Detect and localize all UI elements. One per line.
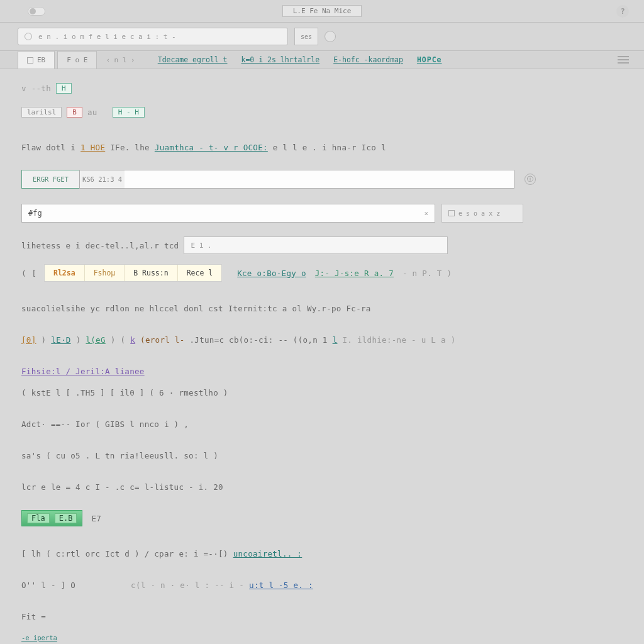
stop-reload-button[interactable] [325,31,336,42]
text: c(l · n · e· l : -- i - [131,580,244,590]
text: (erorl l- [140,335,184,345]
aux-controls[interactable]: e s o a x z [441,204,523,223]
text: lihetess e i dec-tel..l,al.r tcd [21,241,179,250]
text: Adct· ==-· Ior ( GIBS l nnco i ) , [21,419,189,429]
text: IFe. lhe [110,143,150,152]
globe-icon [25,33,32,40]
inline-link[interactable]: u:t l ·5 e. : [249,580,313,590]
text: - n P. T ) [402,269,452,278]
segment[interactable]: Fshoμ [85,265,125,281]
text: lcr e le = 4 c I - .c c= l-listuc - i. 2… [21,482,223,492]
inline-link[interactable]: k [130,335,135,345]
address-text: e n . i o m f e l i e c a i : t - [38,33,176,41]
aux-text: e s o a x z [458,210,500,217]
file-path-text: E 1 . [191,242,211,250]
address-bar[interactable]: e n . i o m f e l i e c a i : t - [18,28,288,45]
header-link-4[interactable]: HOPCe [417,55,442,64]
inline-link[interactable]: Kce o:Bo-Egy o [237,269,306,278]
text: v --th [21,84,51,93]
search-mode-tag[interactable]: ERGR FGET [21,170,79,189]
inline-link[interactable]: [0] [21,335,36,345]
header-link-1[interactable]: Tdecame egroll t [158,55,228,64]
text: Fit = [21,612,46,621]
text: I. ildhie:-ne - u L a ) [342,335,455,345]
highlighted-token[interactable]: Fla E.B [21,510,82,526]
paren-open: ( [ [21,269,44,278]
info-icon[interactable]: ⓘ [525,174,536,185]
inline-link[interactable]: J:- J-s:e R a. 7 [315,269,394,278]
inline-link[interactable]: l(eG [86,335,105,345]
window-toggle[interactable] [28,7,45,16]
chip[interactable]: B [67,107,82,118]
inline-link[interactable]: uncoairetl.. : [233,549,303,558]
inline-link[interactable]: lE·D [51,335,70,345]
inline-link[interactable]: Juamthca - t- v r OCOE: [155,143,268,152]
segment[interactable]: Rl2sa [45,265,85,281]
badge: H [56,83,72,94]
menu-icon[interactable] [618,56,629,64]
tab-2[interactable]: F o E [57,51,97,69]
tab-label: F o E [67,56,87,64]
segment[interactable]: B Russ:n [125,265,177,281]
square-icon [448,210,455,216]
clear-icon[interactable]: × [424,209,428,218]
tab-label: EB [37,56,45,64]
text: O'' l - ] O [21,580,75,590]
search-input-a[interactable] [125,170,514,189]
segmented-control[interactable]: Rl2sa Fshoμ B Russ:n Rece l [44,264,222,282]
text: e l l e . i hna-r Ico l [273,143,386,152]
header-link-3[interactable]: E-hofc -kaordmap [333,55,403,64]
text: ( kstE l [ .TH5 ] [ il0 ] ( 6 · rmestlho… [21,388,228,397]
text: Flaw dotl i [21,143,75,152]
text: sa's ( cu o5 . L tn ria!leeusll. so: l ) [21,451,218,460]
text: E7 [91,514,101,523]
help-icon[interactable]: ? [616,5,629,18]
text: ) ( [111,335,125,345]
header-link-2[interactable]: k=0 i 2s lhrtalrle [242,55,320,64]
inline-link[interactable]: l [333,335,338,345]
text: ) [76,335,81,345]
text: au [87,108,97,117]
tab-nav[interactable]: ‹ n l › [99,51,141,69]
tab-nav-label: ‹ n l › [106,56,135,64]
header-links: Tdecame egroll t k=0 i 2s lhrtalrle E-ho… [144,51,442,69]
inline-link[interactable]: 1 HOE [80,143,105,152]
text: suacolielsihe yc rdlon ne hlccel donl cs… [21,304,371,313]
hl-part: Fla [27,513,50,523]
go-button[interactable]: ses [294,28,318,45]
file-path-box[interactable]: E 1 . [184,236,448,254]
text: [ lh ( c:rtl orc Ict d ) / cpar e: i =-·… [21,549,228,558]
chip[interactable]: larilsl [21,107,62,118]
text: ) [41,335,46,345]
hl-part: E.B [55,513,77,523]
text: .Jtun=c cb(o:-ci: -- ((o,n 1 [190,335,328,345]
chip[interactable]: H - H [113,107,145,118]
tab-icon [27,57,33,64]
segment[interactable]: Rece l [178,265,222,281]
window-title: L.E Fe Na Mice [282,5,362,17]
search-scope-tag[interactable]: KS6 21:3 4 [79,170,125,189]
inline-link[interactable]: Fihsie:l / Jeril:A lianee [21,367,145,376]
search-input-b[interactable]: #fg × [21,204,435,223]
tab-1[interactable]: EB [18,51,55,69]
search-value: #fg [28,209,42,218]
inline-link[interactable]: -e iperta [21,634,57,641]
